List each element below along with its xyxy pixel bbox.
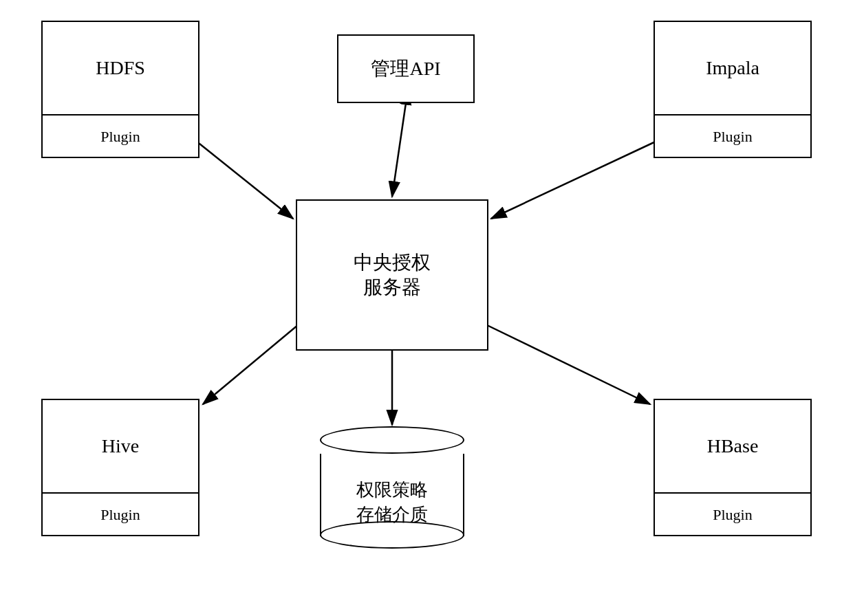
arrow-bottom-left	[203, 324, 299, 404]
arrow-top-right	[491, 141, 657, 219]
impala-plugin-area: Plugin	[655, 116, 810, 157]
diagram: HDFS Plugin 管理API Impala Plugin 中央授权 服务器…	[0, 0, 853, 616]
hive-title: Hive	[102, 434, 139, 459]
hive-plugin-area: Plugin	[43, 494, 198, 535]
storage-line1: 权限策略	[320, 478, 464, 503]
hdfs-title-area: HDFS	[43, 22, 198, 114]
hive-plugin-box: Hive Plugin	[41, 399, 199, 536]
storage-text: 权限策略 存储介质	[320, 478, 464, 528]
cylinder-top-ellipse	[320, 426, 464, 454]
hbase-title-area: HBase	[655, 400, 810, 492]
hdfs-title: HDFS	[96, 56, 145, 80]
hdfs-plugin-box: HDFS Plugin	[41, 21, 199, 158]
arrow-top-center	[392, 103, 406, 197]
central-auth-box: 中央授权 服务器	[296, 199, 488, 351]
storage-line2: 存储介质	[320, 503, 464, 527]
arrow-bottom-right	[486, 324, 650, 404]
hive-plugin-label: Plugin	[100, 506, 140, 524]
impala-title: Impala	[706, 56, 759, 80]
management-api-box: 管理API	[337, 34, 475, 103]
impala-plugin-box: Impala Plugin	[654, 21, 812, 158]
hdfs-plugin-area: Plugin	[43, 116, 198, 157]
impala-title-area: Impala	[655, 22, 810, 114]
impala-plugin-label: Plugin	[713, 128, 752, 146]
hbase-plugin-area: Plugin	[655, 494, 810, 535]
arrow-top-left	[196, 141, 293, 219]
management-api-title: 管理API	[371, 56, 440, 81]
central-auth-line1: 中央授权	[354, 250, 431, 275]
hdfs-plugin-label: Plugin	[100, 128, 140, 146]
hive-title-area: Hive	[43, 400, 198, 492]
central-auth-line2: 服务器	[363, 275, 421, 300]
hbase-title: HBase	[707, 434, 759, 459]
hbase-plugin-label: Plugin	[713, 506, 752, 524]
hbase-plugin-box: HBase Plugin	[654, 399, 812, 536]
